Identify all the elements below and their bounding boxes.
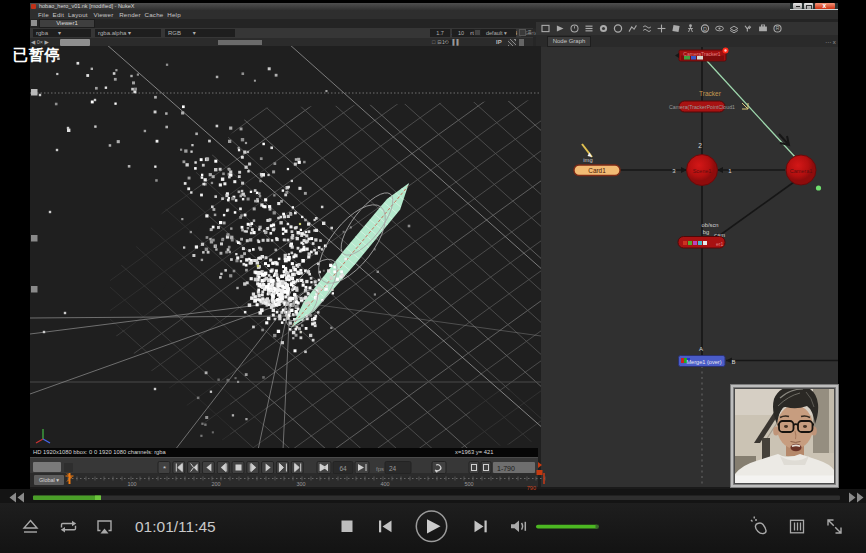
svg-text:img: img [583, 157, 592, 163]
svg-text:Scene1: Scene1 [693, 168, 712, 174]
svg-text:300: 300 [296, 481, 305, 487]
svg-text:500: 500 [464, 481, 473, 487]
svg-text:1-790: 1-790 [497, 465, 515, 472]
svg-text:已暂停: 已暂停 [13, 46, 61, 63]
svg-text:Camera(TrackerPointCloud1: Camera(TrackerPointCloud1 [669, 104, 735, 110]
svg-text:100: 100 [127, 481, 136, 487]
svg-text:B: B [731, 359, 735, 365]
svg-text:Tracker: Tracker [699, 90, 722, 97]
svg-text:Card1: Card1 [588, 167, 606, 174]
svg-text:24: 24 [389, 465, 397, 472]
svg-text:⋯ x: ⋯ x [825, 39, 836, 45]
svg-text:er1: er1 [716, 241, 723, 247]
svg-text:D: D [703, 26, 707, 32]
svg-text:bg: bg [703, 229, 709, 235]
svg-text:A: A [699, 346, 703, 352]
svg-text:3: 3 [672, 168, 676, 174]
svg-text:fps: fps [376, 466, 384, 472]
svg-text:2: 2 [698, 142, 702, 149]
svg-text:CameraTracker1: CameraTracker1 [683, 51, 721, 57]
svg-text:790: 790 [527, 485, 536, 491]
svg-text:Camera1: Camera1 [790, 168, 813, 174]
svg-text:01:01/11:45: 01:01/11:45 [135, 518, 216, 535]
svg-text:400: 400 [380, 481, 389, 487]
svg-text:1: 1 [728, 168, 732, 174]
svg-text:200: 200 [211, 481, 220, 487]
svg-text:64: 64 [339, 465, 347, 472]
svg-text:ob/scn: ob/scn [701, 222, 718, 228]
svg-text:Merge1 (over): Merge1 (over) [686, 359, 721, 365]
svg-text:*: * [163, 464, 166, 473]
svg-text:R: R [776, 25, 780, 31]
